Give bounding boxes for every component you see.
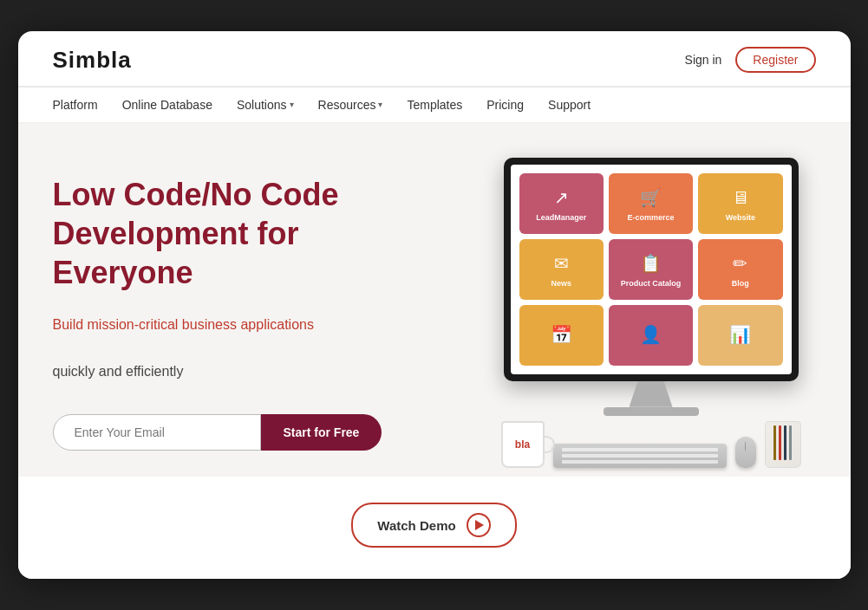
play-circle-icon: [467, 513, 491, 537]
header-actions: Sign in Register: [685, 47, 816, 73]
solutions-chevron-icon: ▾: [290, 100, 294, 109]
nav-item-templates[interactable]: Templates: [407, 98, 462, 112]
hero-left: Low Code/No Code Development for Everyon…: [53, 166, 434, 477]
leadmanager-icon: ↗: [554, 187, 569, 208]
monitor-body: ↗ LeadManager 🛒 E-commerce 🖥 Website: [504, 158, 799, 381]
app-tile-extra3[interactable]: 📊: [698, 305, 782, 366]
extra2-icon: 👤: [640, 324, 662, 345]
mug: bla: [501, 421, 545, 468]
bottom-section: Watch Demo: [18, 477, 851, 579]
productcatalog-label: Product Catalog: [621, 279, 682, 289]
nav-item-support-label: Support: [548, 98, 591, 112]
nav-item-pricing[interactable]: Pricing: [486, 98, 524, 112]
leadmanager-label: LeadManager: [536, 213, 586, 223]
nav-item-online-database-label: Online Database: [122, 98, 212, 112]
keyboard-row-2: [562, 454, 718, 458]
nav-item-solutions[interactable]: Solutions ▾: [237, 98, 294, 112]
start-free-button[interactable]: Start for Free: [261, 414, 382, 451]
nav-item-resources-label: Resources: [318, 98, 376, 112]
keyboard-row-3: [562, 460, 718, 464]
extra3-icon: 📊: [729, 324, 751, 345]
nav-item-templates-label: Templates: [407, 98, 462, 112]
nav-item-online-database[interactable]: Online Database: [122, 98, 212, 112]
pencil-1: [773, 425, 776, 460]
nav: Platform Online Database Solutions ▾ Res…: [18, 88, 851, 123]
monitor-base: [604, 407, 699, 416]
hero-title-line1: Low Code/No Code: [53, 177, 339, 212]
hero-right: ↗ LeadManager 🛒 E-commerce 🖥 Website: [486, 158, 816, 468]
productcatalog-icon: 📋: [640, 253, 662, 274]
sign-in-link[interactable]: Sign in: [685, 53, 722, 67]
logo[interactable]: Simbla: [53, 47, 132, 74]
email-input[interactable]: [53, 414, 261, 451]
pencil-3: [784, 425, 786, 460]
watch-demo-label: Watch Demo: [377, 518, 455, 533]
nav-item-resources[interactable]: Resources ▾: [318, 98, 383, 112]
website-icon: 🖥: [732, 188, 749, 208]
nav-item-pricing-label: Pricing: [486, 98, 524, 112]
watch-demo-button[interactable]: Watch Demo: [351, 503, 516, 548]
pencil-holder: [765, 421, 801, 468]
mouse: [735, 437, 756, 468]
keyboard: [553, 444, 727, 468]
nav-item-solutions-label: Solutions: [237, 98, 287, 112]
blog-label: Blog: [732, 279, 749, 289]
app-tile-news[interactable]: ✉ News: [519, 239, 604, 300]
resources-chevron-icon: ▾: [378, 100, 382, 109]
website-label: Website: [726, 213, 755, 223]
mug-logo: bla: [515, 438, 530, 451]
app-tile-extra1[interactable]: 📅: [519, 305, 604, 366]
blog-icon: ✏: [733, 253, 747, 274]
nav-item-platform[interactable]: Platform: [53, 98, 98, 112]
news-label: News: [551, 279, 571, 289]
keyboard-row-1: [562, 448, 718, 451]
hero-section: Low Code/No Code Development for Everyon…: [18, 123, 851, 477]
ecommerce-label: E-commerce: [627, 213, 674, 223]
keyboard-rows: [562, 448, 718, 464]
register-button[interactable]: Register: [735, 47, 815, 73]
play-triangle-icon: [475, 520, 484, 530]
monitor: ↗ LeadManager 🛒 E-commerce 🖥 Website: [504, 158, 799, 416]
app-tile-extra2[interactable]: 👤: [609, 305, 693, 366]
mouse-scroll-line: [745, 442, 746, 451]
nav-item-support[interactable]: Support: [548, 98, 591, 112]
hero-title-line2: Development for Everyone: [53, 216, 299, 290]
hero-title: Low Code/No Code Development for Everyon…: [53, 175, 434, 292]
app-tile-productcatalog[interactable]: 📋 Product Catalog: [609, 239, 693, 300]
hero-subtitle-part1: Build mission-critical business applicat…: [53, 317, 314, 332]
nav-item-platform-label: Platform: [53, 98, 98, 112]
pencil-4: [789, 425, 792, 460]
cta-row: Start for Free: [53, 414, 434, 451]
app-tile-ecommerce[interactable]: 🛒 E-commerce: [609, 173, 693, 234]
news-icon: ✉: [554, 253, 569, 274]
browser-frame: Simbla Sign in Register Platform Online …: [18, 31, 851, 580]
app-tile-leadmanager[interactable]: ↗ LeadManager: [519, 173, 604, 234]
monitor-stand: [630, 381, 673, 407]
header: Simbla Sign in Register: [18, 31, 851, 88]
app-tile-website[interactable]: 🖥 Website: [698, 173, 782, 234]
hero-subtitle-part2: quickly and efficiently: [53, 364, 184, 379]
pencil-2: [779, 425, 781, 460]
monitor-screen: ↗ LeadManager 🛒 E-commerce 🖥 Website: [511, 165, 792, 374]
ecommerce-icon: 🛒: [640, 187, 662, 208]
desk-items: bla: [486, 421, 816, 468]
hero-subtitle: Build mission-critical business applicat…: [53, 313, 434, 384]
app-tile-blog[interactable]: ✏ Blog: [698, 239, 782, 300]
extra1-icon: 📅: [551, 324, 572, 345]
